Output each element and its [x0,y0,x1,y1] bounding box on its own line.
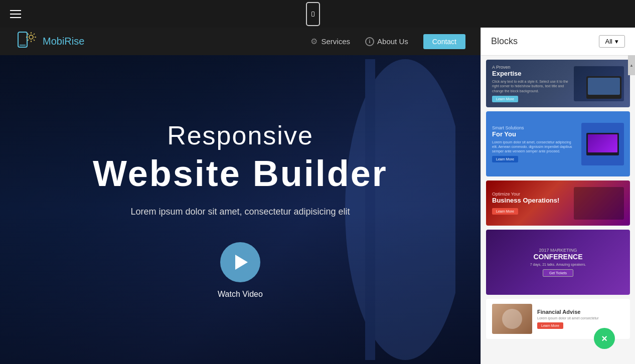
site-navbar: MobiRise ⚙ Services ℹ About Us Contact [0,28,481,55]
brand: MobiRise [15,30,84,53]
block-5-image [492,304,532,334]
hero-subtitle: Lorem ipsum dolor sit amet, consectetur … [93,207,388,217]
hero-title-bold: Website Builder [93,153,388,194]
laptop-shape [586,76,621,99]
close-icon: × [601,333,607,344]
svg-line-9 [28,40,29,41]
block-1-big-text: Expertise [492,70,569,77]
all-filter-button[interactable]: All ▾ [599,35,625,48]
main-area: MobiRise ⚙ Services ℹ About Us Contact [0,28,635,364]
panel-title: Blocks [491,36,518,47]
block-5-button[interactable]: Learn More [537,322,563,329]
dropdown-arrow-icon: ▾ [615,38,618,45]
top-bar-center [306,2,320,26]
block-4-year: 2017 MARKETING [539,248,577,253]
nav-services-label: Services [322,37,351,46]
svg-point-2 [29,35,33,39]
block-2-small-text: Smart Solutions [492,125,576,130]
panel-header: Blocks All ▾ [481,28,635,56]
block-3-big-text: Business Operations! [492,197,569,204]
block-1-text: A Proven Expertise Click any text to edi… [492,65,569,102]
block-2-button[interactable]: Learn More [492,156,518,162]
svg-line-7 [28,34,29,35]
gear-icon: ⚙ [309,37,319,46]
navbar-links: ⚙ Services ℹ About Us Contact [309,34,465,49]
top-bar [0,0,635,28]
all-btn-label: All [605,38,612,45]
contact-button[interactable]: Contact [423,34,465,49]
block-4-title: CONFERENCE [533,253,582,261]
brand-name: MobiRise [43,36,84,47]
monitor-screen [588,134,617,152]
float-close-button[interactable]: × [594,328,615,349]
block-card-expertise[interactable]: A Proven Expertise Click any text to edi… [486,60,630,107]
play-triangle-icon [235,255,248,270]
block-card-business-ops[interactable]: Optimize Your Business Operations! Learn… [486,180,630,226]
block-3-image [574,187,624,220]
svg-line-8 [34,40,35,41]
block-2-image [581,123,624,165]
nav-about-item[interactable]: ℹ About Us [365,37,408,46]
watch-video-label: Watch Video [218,290,263,299]
block-2-desc: Lorem ipsum dolor sit amet, consectetur … [492,140,576,153]
blocks-list: A Proven Expertise Click any text to edi… [481,56,635,364]
block-card-conference[interactable]: 2017 MARKETING CONFERENCE 7 days, 21 tal… [486,230,630,295]
preview-area: MobiRise ⚙ Services ℹ About Us Contact [0,28,481,364]
block-5-title: Financial Advise [537,309,624,315]
block-1-desc: Click any text to edit a style it. Selec… [492,79,569,93]
svg-line-10 [34,34,35,35]
block-3-button[interactable]: Learn More [492,208,518,215]
scroll-up-indicator[interactable]: ▲ [628,55,635,75]
hero-content: Responsive Website Builder Lorem ipsum d… [93,120,388,299]
monitor-shape [586,133,619,155]
nav-services-item[interactable]: ⚙ Services [309,37,351,46]
block-1-button[interactable]: Learn More [492,96,518,102]
hero-section: Responsive Website Builder Lorem ipsum d… [0,55,481,364]
hamburger-menu-icon[interactable] [10,10,21,18]
hero-title-light: Responsive [93,120,388,150]
nav-about-label: About Us [377,37,408,46]
brand-logo-icon [15,30,38,53]
block-1-image [574,66,624,101]
block-3-text: Optimize Your Business Operations! Learn… [492,192,569,215]
right-panel: Blocks All ▾ ▲ A Proven Expertise Click … [481,28,635,364]
block-4-button[interactable]: Get Tickets [543,269,573,277]
watch-video-wrapper[interactable]: Watch Video [93,242,388,299]
block-card-smart-solutions[interactable]: Smart Solutions For You Lorem ipsum dolo… [486,111,630,176]
block-3-small-text: Optimize Your [492,192,569,197]
play-button[interactable] [220,242,260,282]
block-5-text: Financial Advise Lorem ipsum dolor sit a… [537,309,624,329]
block-4-desc: 7 days, 21 talks. Amazing speakers. [530,263,586,266]
top-bar-left [10,10,21,18]
block-5-desc: Lorem ipsum dolor sit amet consectetur [537,316,624,320]
info-icon: ℹ [365,37,374,46]
block-2-big-text: For You [492,130,576,138]
block-1-small-text: A Proven [492,65,569,70]
phone-preview-icon[interactable] [306,2,320,26]
block-2-text: Smart Solutions For You Lorem ipsum dolo… [492,125,576,162]
laptop-screen [588,78,620,95]
